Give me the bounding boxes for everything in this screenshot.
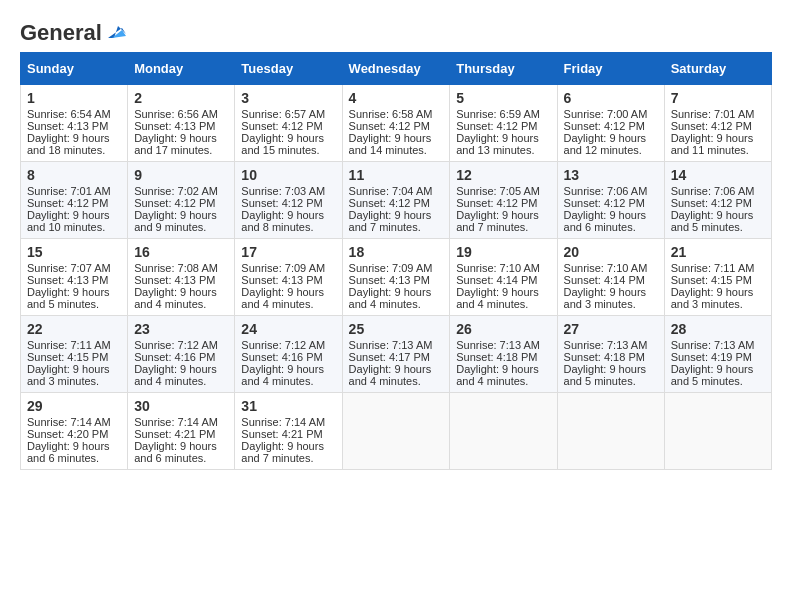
sunrise-label: Sunrise: 7:03 AM: [241, 185, 325, 197]
day-number: 25: [349, 321, 444, 337]
calendar-week-row: 22Sunrise: 7:11 AMSunset: 4:15 PMDayligh…: [21, 316, 772, 393]
sunset-label: Sunset: 4:12 PM: [27, 197, 108, 209]
calendar-cell: [557, 393, 664, 470]
day-number: 1: [27, 90, 121, 106]
weekday-header-saturday: Saturday: [664, 53, 771, 85]
daylight-label: Daylight: 9 hours and 14 minutes.: [349, 132, 432, 156]
header: General: [20, 20, 772, 42]
day-number: 4: [349, 90, 444, 106]
sunset-label: Sunset: 4:20 PM: [27, 428, 108, 440]
calendar-cell: 12Sunrise: 7:05 AMSunset: 4:12 PMDayligh…: [450, 162, 557, 239]
sunset-label: Sunset: 4:15 PM: [27, 351, 108, 363]
sunrise-label: Sunrise: 7:01 AM: [27, 185, 111, 197]
calendar-cell: 23Sunrise: 7:12 AMSunset: 4:16 PMDayligh…: [128, 316, 235, 393]
calendar-cell: 7Sunrise: 7:01 AMSunset: 4:12 PMDaylight…: [664, 85, 771, 162]
daylight-label: Daylight: 9 hours and 4 minutes.: [456, 363, 539, 387]
daylight-label: Daylight: 9 hours and 17 minutes.: [134, 132, 217, 156]
day-number: 27: [564, 321, 658, 337]
daylight-label: Daylight: 9 hours and 3 minutes.: [564, 286, 647, 310]
sunset-label: Sunset: 4:12 PM: [564, 120, 645, 132]
daylight-label: Daylight: 9 hours and 6 minutes.: [27, 440, 110, 464]
sunrise-label: Sunrise: 7:09 AM: [241, 262, 325, 274]
calendar-cell: 25Sunrise: 7:13 AMSunset: 4:17 PMDayligh…: [342, 316, 450, 393]
day-number: 9: [134, 167, 228, 183]
daylight-label: Daylight: 9 hours and 15 minutes.: [241, 132, 324, 156]
sunset-label: Sunset: 4:13 PM: [134, 274, 215, 286]
daylight-label: Daylight: 9 hours and 7 minutes.: [241, 440, 324, 464]
daylight-label: Daylight: 9 hours and 6 minutes.: [134, 440, 217, 464]
sunset-label: Sunset: 4:18 PM: [456, 351, 537, 363]
sunset-label: Sunset: 4:13 PM: [27, 274, 108, 286]
day-number: 7: [671, 90, 765, 106]
calendar-cell: 5Sunrise: 6:59 AMSunset: 4:12 PMDaylight…: [450, 85, 557, 162]
sunset-label: Sunset: 4:12 PM: [134, 197, 215, 209]
daylight-label: Daylight: 9 hours and 12 minutes.: [564, 132, 647, 156]
sunrise-label: Sunrise: 7:13 AM: [456, 339, 540, 351]
daylight-label: Daylight: 9 hours and 18 minutes.: [27, 132, 110, 156]
sunrise-label: Sunrise: 6:58 AM: [349, 108, 433, 120]
sunset-label: Sunset: 4:17 PM: [349, 351, 430, 363]
weekday-header-row: SundayMondayTuesdayWednesdayThursdayFrid…: [21, 53, 772, 85]
sunset-label: Sunset: 4:16 PM: [134, 351, 215, 363]
sunset-label: Sunset: 4:12 PM: [456, 120, 537, 132]
sunrise-label: Sunrise: 6:57 AM: [241, 108, 325, 120]
weekday-header-friday: Friday: [557, 53, 664, 85]
calendar-cell: 24Sunrise: 7:12 AMSunset: 4:16 PMDayligh…: [235, 316, 342, 393]
day-number: 11: [349, 167, 444, 183]
sunrise-label: Sunrise: 7:04 AM: [349, 185, 433, 197]
daylight-label: Daylight: 9 hours and 5 minutes.: [564, 363, 647, 387]
sunrise-label: Sunrise: 7:11 AM: [27, 339, 111, 351]
daylight-label: Daylight: 9 hours and 4 minutes.: [349, 286, 432, 310]
sunrise-label: Sunrise: 7:05 AM: [456, 185, 540, 197]
day-number: 8: [27, 167, 121, 183]
sunrise-label: Sunrise: 7:13 AM: [671, 339, 755, 351]
sunrise-label: Sunrise: 7:06 AM: [671, 185, 755, 197]
sunset-label: Sunset: 4:16 PM: [241, 351, 322, 363]
day-number: 29: [27, 398, 121, 414]
sunset-label: Sunset: 4:12 PM: [564, 197, 645, 209]
day-number: 22: [27, 321, 121, 337]
day-number: 15: [27, 244, 121, 260]
calendar-cell: 26Sunrise: 7:13 AMSunset: 4:18 PMDayligh…: [450, 316, 557, 393]
calendar-cell: 16Sunrise: 7:08 AMSunset: 4:13 PMDayligh…: [128, 239, 235, 316]
day-number: 13: [564, 167, 658, 183]
calendar-cell: 21Sunrise: 7:11 AMSunset: 4:15 PMDayligh…: [664, 239, 771, 316]
daylight-label: Daylight: 9 hours and 11 minutes.: [671, 132, 754, 156]
sunset-label: Sunset: 4:13 PM: [134, 120, 215, 132]
sunset-label: Sunset: 4:21 PM: [134, 428, 215, 440]
sunrise-label: Sunrise: 7:12 AM: [241, 339, 325, 351]
calendar-cell: 8Sunrise: 7:01 AMSunset: 4:12 PMDaylight…: [21, 162, 128, 239]
sunrise-label: Sunrise: 7:01 AM: [671, 108, 755, 120]
sunrise-label: Sunrise: 6:59 AM: [456, 108, 540, 120]
day-number: 17: [241, 244, 335, 260]
sunset-label: Sunset: 4:12 PM: [671, 120, 752, 132]
calendar-cell: 31Sunrise: 7:14 AMSunset: 4:21 PMDayligh…: [235, 393, 342, 470]
daylight-label: Daylight: 9 hours and 4 minutes.: [241, 286, 324, 310]
sunset-label: Sunset: 4:13 PM: [349, 274, 430, 286]
calendar-cell: [664, 393, 771, 470]
sunset-label: Sunset: 4:12 PM: [241, 120, 322, 132]
day-number: 18: [349, 244, 444, 260]
day-number: 6: [564, 90, 658, 106]
day-number: 5: [456, 90, 550, 106]
daylight-label: Daylight: 9 hours and 10 minutes.: [27, 209, 110, 233]
sunset-label: Sunset: 4:21 PM: [241, 428, 322, 440]
sunset-label: Sunset: 4:12 PM: [241, 197, 322, 209]
sunrise-label: Sunrise: 7:10 AM: [564, 262, 648, 274]
day-number: 31: [241, 398, 335, 414]
calendar-cell: 18Sunrise: 7:09 AMSunset: 4:13 PMDayligh…: [342, 239, 450, 316]
calendar-cell: 9Sunrise: 7:02 AMSunset: 4:12 PMDaylight…: [128, 162, 235, 239]
daylight-label: Daylight: 9 hours and 5 minutes.: [671, 363, 754, 387]
day-number: 16: [134, 244, 228, 260]
sunset-label: Sunset: 4:18 PM: [564, 351, 645, 363]
weekday-header-monday: Monday: [128, 53, 235, 85]
sunrise-label: Sunrise: 7:12 AM: [134, 339, 218, 351]
sunrise-label: Sunrise: 7:11 AM: [671, 262, 755, 274]
sunrise-label: Sunrise: 7:14 AM: [134, 416, 218, 428]
sunset-label: Sunset: 4:19 PM: [671, 351, 752, 363]
day-number: 3: [241, 90, 335, 106]
daylight-label: Daylight: 9 hours and 4 minutes.: [456, 286, 539, 310]
daylight-label: Daylight: 9 hours and 6 minutes.: [564, 209, 647, 233]
sunrise-label: Sunrise: 7:10 AM: [456, 262, 540, 274]
weekday-header-tuesday: Tuesday: [235, 53, 342, 85]
